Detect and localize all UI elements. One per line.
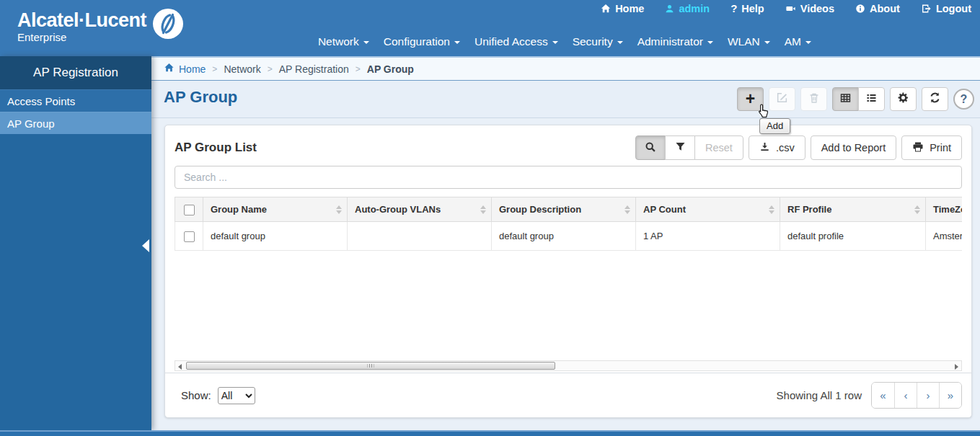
trash-icon	[808, 92, 820, 107]
row-checkbox[interactable]	[184, 231, 195, 242]
chevron-down-icon	[617, 41, 623, 44]
utility-videos-link[interactable]: Videos	[785, 3, 834, 14]
alcatel-lucent-logo-icon	[153, 9, 183, 42]
utility-help-link[interactable]: ? Help	[730, 2, 764, 14]
breadcrumb-separator: >	[356, 64, 361, 74]
user-icon	[665, 4, 674, 14]
video-icon	[785, 4, 796, 14]
nav-security[interactable]: Security	[573, 35, 623, 48]
add-to-report-button[interactable]: Add to Report	[811, 135, 896, 160]
utility-logout-label: Logout	[936, 3, 971, 14]
breadcrumb-current: AP Group	[367, 63, 414, 75]
download-icon	[759, 141, 770, 154]
utility-about-link[interactable]: About	[855, 3, 900, 14]
show-label: Show:	[181, 389, 211, 401]
sidebar-item-access-points[interactable]: Access Points	[0, 89, 151, 112]
view-toggle-group	[832, 87, 885, 111]
csv-export-button[interactable]: .csv	[749, 135, 805, 160]
add-button[interactable]: +	[737, 87, 764, 111]
column-ap-count[interactable]: AP Count	[636, 197, 780, 222]
page-toolbar: + ?	[737, 87, 974, 111]
column-group-name[interactable]: Group Name	[203, 197, 348, 222]
prev-page-button[interactable]: ‹	[894, 383, 917, 408]
page-title: AP Group	[164, 88, 237, 107]
sort-icon[interactable]	[336, 205, 342, 214]
breadcrumb-ap-registration-link[interactable]: AP Registration	[279, 63, 349, 75]
scroll-left-icon[interactable]	[178, 364, 182, 370]
plus-icon: +	[746, 92, 755, 106]
search-filter-group: Reset	[635, 135, 743, 160]
column-group-description[interactable]: Group Description	[492, 197, 636, 222]
edit-button[interactable]	[769, 87, 795, 111]
utility-admin-label: admin	[679, 3, 710, 14]
scrollbar-thumb[interactable]	[186, 362, 555, 370]
ap-group-list-card: AP Group List Reset .csv	[164, 125, 972, 418]
filter-button[interactable]	[665, 135, 695, 160]
cell-group-name: default group	[203, 222, 348, 251]
grid-icon	[839, 92, 852, 107]
table-row[interactable]: default group default group 1 AP default…	[175, 222, 963, 251]
sidebar-item-ap-group[interactable]: AP Group	[0, 112, 151, 134]
column-timezone[interactable]: TimeZone	[926, 197, 963, 222]
chevron-down-icon	[454, 41, 460, 44]
list-view-button[interactable]	[858, 87, 885, 111]
sort-icon[interactable]	[480, 205, 486, 214]
sidebar-collapse-icon[interactable]	[142, 239, 149, 252]
column-rf-profile[interactable]: RF Profile	[780, 197, 926, 222]
utility-logout-link[interactable]: Logout	[921, 3, 971, 14]
pencil-icon	[776, 92, 788, 107]
settings-button[interactable]	[890, 87, 917, 111]
delete-button[interactable]	[800, 87, 827, 111]
utility-admin-link[interactable]: admin	[665, 3, 710, 14]
cell-group-description: default group	[492, 222, 636, 251]
scroll-right-icon[interactable]	[955, 364, 958, 370]
utility-videos-label: Videos	[800, 3, 834, 14]
top-header: Alcatel·Lucent Enterprise Home admin ?	[0, 0, 980, 56]
printer-icon	[912, 141, 924, 155]
ap-group-table: Group Name Auto-Group VLANs Group Descri…	[175, 197, 962, 251]
sort-icon[interactable]	[769, 205, 774, 214]
question-icon: ?	[961, 93, 968, 106]
cell-ap-count: 1 AP	[636, 222, 780, 251]
gear-icon	[897, 92, 909, 107]
breadcrumb-separator: >	[212, 64, 217, 74]
cell-auto-group-vlans	[348, 222, 492, 251]
nav-wlan[interactable]: WLAN	[728, 35, 770, 48]
nav-configuration[interactable]: Configuration	[384, 35, 460, 48]
sort-icon[interactable]	[914, 205, 920, 214]
chevron-down-icon	[552, 41, 558, 44]
show-select[interactable]: All	[218, 387, 255, 404]
print-button[interactable]: Print	[901, 135, 962, 160]
utility-home-label: Home	[615, 3, 644, 14]
nav-network[interactable]: Network	[318, 35, 369, 48]
cell-timezone: Amsterdam	[926, 222, 963, 251]
search-button[interactable]	[635, 135, 666, 160]
breadcrumb-network-link[interactable]: Network	[224, 63, 260, 75]
breadcrumb-home-link[interactable]: Home	[164, 63, 206, 75]
select-all-checkbox[interactable]	[184, 205, 195, 215]
help-button[interactable]: ?	[953, 89, 974, 110]
nav-unified-access[interactable]: Unified Access	[474, 35, 558, 48]
column-auto-group-vlans[interactable]: Auto-Group VLANs	[348, 197, 492, 222]
home-icon	[164, 63, 175, 75]
filter-icon	[675, 141, 686, 154]
page-header: AP Group +	[151, 81, 980, 118]
breadcrumb: Home > Network > AP Registration > AP Gr…	[151, 56, 980, 81]
add-tooltip: Add	[759, 118, 790, 134]
refresh-button[interactable]	[922, 87, 948, 111]
main-nav: Network Configuration Unified Access Sec…	[318, 35, 811, 48]
search-input[interactable]	[175, 166, 962, 189]
last-page-button[interactable]: »	[939, 383, 961, 408]
next-page-button[interactable]: ›	[917, 383, 939, 408]
showing-text: Showing All 1 row	[777, 389, 862, 401]
nav-administrator[interactable]: Administrator	[637, 35, 713, 48]
nav-am[interactable]: AM	[785, 35, 811, 48]
horizontal-scrollbar[interactable]	[175, 360, 962, 371]
sort-icon[interactable]	[624, 205, 630, 214]
utility-home-link[interactable]: Home	[601, 3, 644, 14]
first-page-button[interactable]: «	[872, 383, 894, 408]
grid-view-button[interactable]	[832, 87, 859, 111]
reset-button[interactable]: Reset	[694, 135, 743, 160]
sidebar: AP Registration Access Points AP Group	[0, 56, 151, 430]
list-icon	[865, 92, 878, 107]
